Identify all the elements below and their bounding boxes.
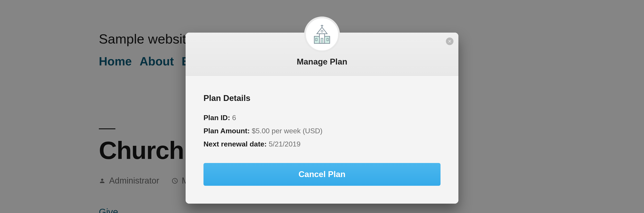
plan-id-value: 6 [232, 114, 236, 122]
modal-body: Plan Details Plan ID: 6 Plan Amount: $5.… [186, 76, 458, 204]
renewal-date-label: Next renewal date: [204, 140, 267, 148]
cancel-plan-button[interactable]: Cancel Plan [204, 163, 440, 186]
close-icon [448, 39, 452, 43]
modal-wrapper: Manage Plan Plan Details Plan ID: 6 Plan… [186, 16, 458, 188]
renewal-date-value: 5/21/2019 [269, 140, 300, 148]
plan-amount-label: Plan Amount: [204, 127, 250, 135]
modal-badge [304, 16, 340, 52]
church-icon [312, 24, 332, 45]
plan-id-row: Plan ID: 6 [204, 114, 440, 122]
modal-title: Manage Plan [194, 57, 450, 66]
plan-amount-row: Plan Amount: $5.00 per week (USD) [204, 127, 440, 135]
plan-amount-value: $5.00 per week (USD) [252, 127, 323, 135]
svg-marker-1 [317, 27, 327, 34]
svg-rect-3 [321, 38, 323, 43]
renewal-date-row: Next renewal date: 5/21/2019 [204, 140, 440, 148]
close-button[interactable] [446, 37, 454, 45]
plan-id-label: Plan ID: [204, 114, 230, 122]
manage-plan-modal: Manage Plan Plan Details Plan ID: 6 Plan… [186, 33, 458, 204]
plan-details-heading: Plan Details [204, 94, 440, 103]
